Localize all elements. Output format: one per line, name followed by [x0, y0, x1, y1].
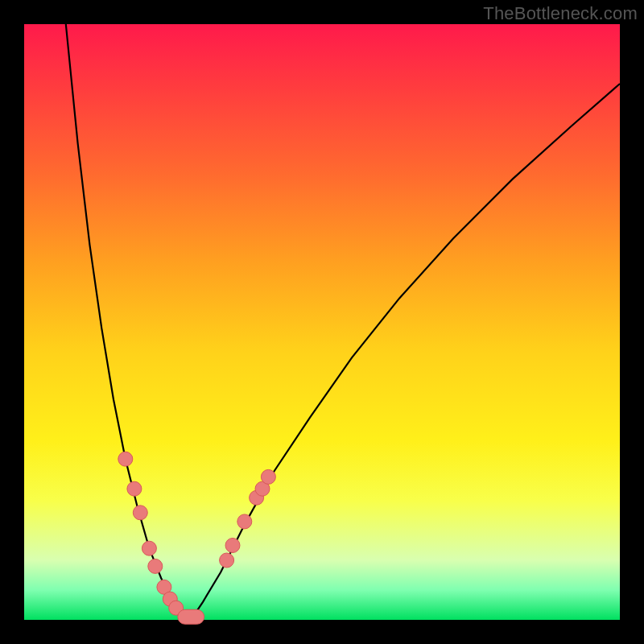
data-point: [237, 514, 252, 529]
data-point: [142, 541, 156, 555]
data-point: [127, 481, 142, 496]
data-markers: [118, 452, 276, 624]
plot-area: [24, 24, 620, 620]
watermark-text: TheBottleneck.com: [483, 3, 638, 24]
data-point: [118, 452, 133, 466]
data-point: [220, 553, 234, 568]
data-point: [225, 539, 240, 553]
minimum-marker: [178, 609, 204, 624]
data-point: [261, 469, 275, 484]
left-curve: [66, 24, 191, 620]
data-point: [133, 506, 147, 520]
right-curve: [191, 84, 620, 620]
chart-svg: [24, 24, 620, 620]
data-point: [148, 559, 163, 573]
chart-frame: TheBottleneck.com: [0, 0, 644, 644]
